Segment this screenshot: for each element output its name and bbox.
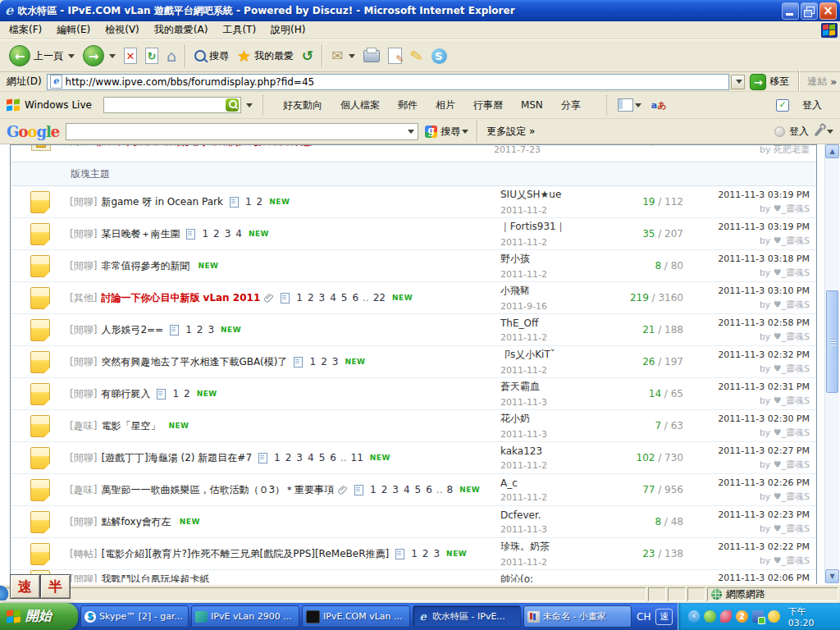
page-link[interactable]: 1 bbox=[411, 548, 418, 559]
topic-author-link[interactable]: A_c bbox=[500, 477, 611, 489]
taskbar-task-button[interactable]: IPvE vLan 2900 ... bbox=[191, 605, 299, 628]
wrench-icon[interactable] bbox=[814, 126, 823, 137]
live-link[interactable]: 個人檔案 bbox=[331, 97, 389, 113]
topic-title-link[interactable]: 某日晚餐＋南生圍 bbox=[101, 227, 180, 241]
live-search-button[interactable] bbox=[226, 98, 239, 112]
restore-button[interactable] bbox=[801, 2, 818, 20]
live-link[interactable]: 好友動向 bbox=[274, 97, 331, 113]
close-button[interactable] bbox=[819, 2, 837, 20]
topic-title-link[interactable]: 新game 呀 in Ocean Park bbox=[101, 195, 223, 209]
back-button[interactable]: ← 上一頁 bbox=[5, 43, 79, 69]
tray-icon-orange-badge[interactable]: 2 bbox=[736, 610, 747, 623]
tray-icon-red[interactable] bbox=[720, 610, 732, 623]
topic-title-link[interactable]: [電影介紹][教育片?]作死不離三兄弟[戲院及PPS][ReMeBeR推薦] bbox=[101, 547, 389, 561]
last-post-author[interactable]: ♥_靈魂S bbox=[774, 491, 810, 502]
tray-icon-contact[interactable] bbox=[752, 610, 764, 623]
page-link[interactable]: 3 bbox=[208, 324, 214, 336]
page-link[interactable]: 4 bbox=[308, 452, 314, 463]
page-link[interactable]: 6 bbox=[426, 484, 432, 495]
last-post-author[interactable]: ♥_靈魂S bbox=[774, 203, 810, 214]
page-link[interactable]: 5 bbox=[415, 484, 422, 495]
google-tools-dropdown-icon[interactable] bbox=[827, 130, 833, 134]
page-link[interactable]: 1 bbox=[370, 484, 377, 495]
live-link[interactable]: 分享 bbox=[552, 97, 590, 113]
topic-author-link[interactable]: 花小奶 bbox=[500, 412, 611, 426]
menu-item[interactable]: 編輯(E) bbox=[49, 21, 98, 39]
discuss-button[interactable]: ✎ bbox=[406, 44, 427, 67]
address-input[interactable]: e http://www.ipve.com/bbs/forumdisplay.p… bbox=[47, 74, 730, 90]
page-link[interactable]: 2 bbox=[184, 388, 190, 399]
topic-title-link[interactable]: 討論一下你心目中新版 vLan 2011 bbox=[101, 291, 260, 305]
forward-dropdown-icon[interactable] bbox=[109, 54, 116, 58]
last-post-author[interactable]: ♥_靈魂S bbox=[774, 363, 810, 374]
forward-button[interactable]: → bbox=[79, 43, 120, 69]
page-link[interactable]: 3 bbox=[433, 548, 440, 559]
google-more-settings[interactable]: 更多設定 » bbox=[486, 125, 535, 139]
start-button[interactable]: 開始 bbox=[0, 603, 78, 630]
topic-author-link[interactable]: 野小孩 bbox=[500, 252, 611, 266]
topic-author-link[interactable]: kaka123 bbox=[500, 445, 611, 457]
favorites-button[interactable]: ★ 我的最愛 bbox=[233, 46, 298, 66]
last-post-author[interactable]: ♥_靈魂S bbox=[774, 267, 810, 278]
topic-author-link[interactable]: 帥沁(o: bbox=[500, 573, 611, 582]
page-link[interactable]: 3 bbox=[392, 484, 399, 495]
tray-icon-messenger[interactable] bbox=[768, 610, 779, 623]
ime-icon[interactable]: 速 bbox=[655, 609, 672, 625]
edit-button[interactable] bbox=[384, 45, 406, 66]
scroll-up-button[interactable]: ▲ bbox=[825, 144, 839, 158]
last-post-author[interactable]: ♥_靈魂S bbox=[774, 427, 810, 438]
page-link[interactable]: 2 bbox=[257, 196, 263, 208]
live-panel-icon[interactable] bbox=[618, 98, 633, 112]
page-link[interactable]: 1 bbox=[309, 356, 316, 368]
page-link[interactable]: 6 bbox=[330, 452, 336, 463]
live-link[interactable]: 行事曆 bbox=[464, 97, 512, 113]
taskbar-task-button[interactable]: SSkype™ [2] - gar... bbox=[80, 605, 189, 628]
page-link[interactable]: 1 bbox=[185, 324, 192, 336]
tray-icon-green[interactable] bbox=[704, 610, 715, 623]
menu-item[interactable]: 檢視(V) bbox=[98, 21, 147, 39]
google-search-button[interactable]: 搜尋 bbox=[441, 125, 460, 139]
last-post-author[interactable]: ♥_靈魂S bbox=[774, 555, 810, 566]
page-link[interactable]: 8 bbox=[447, 484, 454, 495]
live-search-dropdown-icon[interactable] bbox=[246, 103, 253, 107]
live-search-input[interactable] bbox=[103, 97, 241, 113]
print-button[interactable] bbox=[359, 48, 384, 65]
language-indicator[interactable]: CH bbox=[637, 611, 651, 623]
topic-title-link[interactable]: 有睇行屍入 bbox=[101, 387, 150, 401]
page-link[interactable]: 2 bbox=[422, 548, 429, 559]
topic-title-link[interactable]: 萬聖節一一歌曲娛樂區，估歌活動（０3）＊重要事項 bbox=[101, 483, 334, 497]
google-search-dropdown-icon[interactable] bbox=[408, 130, 414, 134]
last-post-author[interactable]: ♥_靈魂S bbox=[774, 395, 810, 406]
taskbar-task-button[interactable]: 未命名 - 小畫家 bbox=[523, 605, 632, 628]
mail-button[interactable]: ✉ bbox=[327, 45, 358, 66]
stop-button[interactable]: ✕ bbox=[120, 45, 141, 66]
topic-author-link[interactable]: 珍珠。奶茶 bbox=[500, 540, 611, 554]
last-post-author[interactable]: ♥_靈魂S bbox=[774, 299, 810, 310]
skype-toolbar-button[interactable]: S bbox=[427, 46, 451, 66]
page-link[interactable]: 1 bbox=[245, 196, 252, 208]
taskbar-task-button[interactable]: IPvE.COM vLan ... bbox=[302, 605, 410, 628]
menu-item[interactable]: 檔案(F) bbox=[2, 21, 49, 39]
live-checkbox-icon[interactable]: ✓ bbox=[776, 99, 789, 112]
page-link[interactable]: 22 bbox=[373, 292, 386, 304]
topic-author-link[interactable]: 卩s乂小KiTˇ bbox=[500, 348, 611, 362]
tray-chevron-icon[interactable]: ‹ bbox=[688, 610, 700, 623]
menu-item[interactable]: 我的最愛(A) bbox=[147, 21, 216, 39]
menu-item[interactable]: 工具(T) bbox=[215, 21, 263, 39]
minimize-button[interactable] bbox=[782, 2, 799, 20]
page-link[interactable]: 2 bbox=[213, 228, 220, 240]
last-post-author[interactable]: ♥_靈魂S bbox=[774, 523, 810, 534]
vertical-scrollbar[interactable]: ▲ ▼ bbox=[824, 144, 839, 583]
search-button[interactable]: 搜尋 bbox=[190, 47, 233, 66]
live-panel-dropdown-icon[interactable] bbox=[635, 103, 641, 107]
topic-title-link[interactable]: 非常值得參考的新聞 bbox=[101, 259, 189, 273]
history-button[interactable]: ↺ bbox=[298, 45, 317, 66]
page-link[interactable]: 1 bbox=[274, 452, 281, 463]
topic-author-link[interactable]: Dcfever. bbox=[500, 509, 611, 521]
page-link[interactable]: 6 bbox=[352, 292, 358, 304]
topic-author-link[interactable]: ｜Fortis931｜ bbox=[500, 220, 611, 234]
taskbar-task-button[interactable]: e吹水特區 - IPvE... bbox=[413, 605, 521, 628]
page-link[interactable]: 2 bbox=[285, 452, 292, 463]
links-chevron[interactable]: » bbox=[830, 76, 837, 88]
topic-title-link[interactable]: 突然有興趣地去了平水相逢下載GBA(模)了 bbox=[101, 355, 287, 369]
